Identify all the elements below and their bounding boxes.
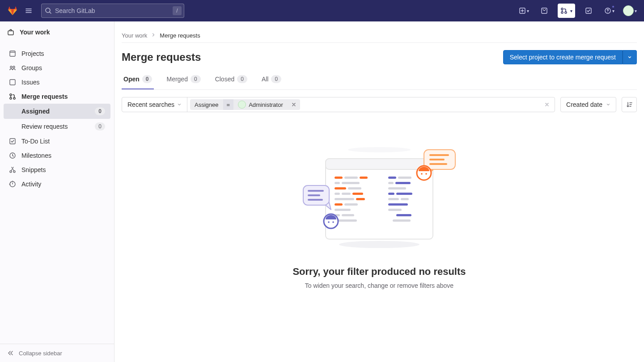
tab-label: Open bbox=[123, 76, 140, 83]
sidebar-item-groups[interactable]: Groups bbox=[4, 61, 110, 75]
breadcrumb-parent[interactable]: Your work bbox=[122, 32, 147, 39]
sidebar-subitem-assigned[interactable]: Assigned 0 bbox=[4, 104, 110, 119]
svg-point-15 bbox=[10, 97, 12, 99]
sort-label: Created date bbox=[566, 101, 602, 108]
collapse-sidebar-button[interactable]: Collapse sidebar bbox=[0, 344, 114, 362]
help-icon[interactable]: ▾ bbox=[602, 4, 616, 18]
svg-rect-47 bbox=[396, 193, 412, 195]
svg-point-8 bbox=[607, 12, 608, 12]
sidebar-header[interactable]: Your work bbox=[0, 21, 114, 43]
svg-rect-32 bbox=[352, 193, 363, 195]
recent-searches-dropdown[interactable]: Recent searches bbox=[122, 97, 187, 112]
empty-state-subtitle: To widen your search, change or remove f… bbox=[122, 282, 637, 289]
tab-closed[interactable]: Closed 0 bbox=[213, 70, 249, 89]
svg-rect-52 bbox=[396, 214, 411, 216]
merge-requests-nav-button[interactable]: ▾ bbox=[558, 4, 575, 18]
create-merge-request-dropdown[interactable] bbox=[623, 50, 637, 64]
filter-bar: Recent searches Assignee = Administrator bbox=[122, 97, 555, 112]
svg-rect-25 bbox=[360, 177, 368, 179]
sidebar-item-activity[interactable]: Activity bbox=[4, 177, 110, 191]
sort-dropdown[interactable]: Created date bbox=[560, 97, 616, 112]
filter-clear-button[interactable] bbox=[539, 97, 555, 112]
tab-all[interactable]: All 0 bbox=[260, 70, 283, 89]
sidebar-subitem-review-requests[interactable]: Review requests 0 bbox=[4, 119, 110, 134]
svg-point-20 bbox=[13, 171, 15, 173]
svg-rect-53 bbox=[393, 219, 411, 222]
svg-rect-29 bbox=[348, 187, 361, 189]
svg-rect-42 bbox=[398, 177, 411, 179]
hamburger-menu-icon[interactable] bbox=[21, 4, 36, 18]
count-badge: 0 bbox=[237, 75, 247, 83]
svg-point-67 bbox=[332, 221, 334, 223]
sidebar-item-projects[interactable]: Projects bbox=[4, 46, 110, 61]
sidebar-item-merge-requests[interactable]: Merge requests bbox=[4, 89, 110, 104]
svg-rect-60 bbox=[308, 194, 320, 196]
svg-point-11 bbox=[10, 66, 12, 68]
svg-point-4 bbox=[561, 12, 563, 13]
count-badge: 0 bbox=[142, 75, 153, 83]
svg-rect-36 bbox=[344, 203, 358, 206]
main-content: Your work Merge requests Merge requests … bbox=[114, 21, 644, 362]
sidebar-item-todo-list[interactable]: To-Do List bbox=[4, 134, 110, 148]
filter-chip-key[interactable]: Assignee bbox=[190, 99, 223, 110]
tab-merged[interactable]: Merged 0 bbox=[165, 70, 202, 89]
issues-icon[interactable] bbox=[537, 4, 551, 18]
assignee-avatar bbox=[238, 101, 246, 109]
count-badge: 0 bbox=[191, 75, 201, 83]
svg-point-12 bbox=[13, 66, 15, 68]
svg-point-66 bbox=[328, 221, 330, 223]
sidebar-subitem-label: Assigned bbox=[21, 108, 50, 115]
svg-rect-22 bbox=[326, 159, 433, 169]
count-badge: 0 bbox=[95, 107, 105, 115]
page-title: Merge requests bbox=[122, 51, 201, 63]
svg-rect-43 bbox=[388, 182, 394, 184]
svg-point-63 bbox=[421, 173, 423, 175]
gitlab-logo[interactable] bbox=[7, 5, 18, 16]
svg-rect-35 bbox=[335, 203, 343, 206]
breadcrumb: Your work Merge requests bbox=[122, 29, 637, 43]
user-avatar bbox=[623, 5, 634, 16]
svg-rect-41 bbox=[388, 177, 396, 179]
sidebar-header-label: Your work bbox=[20, 29, 50, 36]
filter-row: Recent searches Assignee = Administrator bbox=[122, 97, 637, 112]
empty-state: Sorry, your filter produced no results T… bbox=[122, 123, 637, 307]
todos-icon[interactable] bbox=[581, 4, 596, 18]
create-new-button[interactable]: ▾ bbox=[517, 4, 531, 18]
tabs: Open 0 Merged 0 Closed 0 All 0 bbox=[122, 70, 637, 90]
sidebar-nav: Projects Groups Issues Merge requests As… bbox=[0, 43, 114, 344]
svg-rect-30 bbox=[335, 193, 340, 195]
sidebar-item-label: Milestones bbox=[21, 152, 51, 159]
top-navbar: / ▾ ▾ ▾ ▾ bbox=[0, 0, 644, 21]
svg-rect-33 bbox=[335, 198, 354, 200]
help-notification-dot bbox=[612, 5, 614, 8]
tab-open[interactable]: Open 0 bbox=[122, 70, 154, 89]
sort-direction-button[interactable] bbox=[622, 97, 637, 112]
sidebar-item-label: Projects bbox=[21, 50, 44, 57]
sidebar-item-label: Issues bbox=[21, 79, 39, 86]
filter-input[interactable] bbox=[300, 97, 539, 112]
svg-rect-34 bbox=[356, 198, 365, 200]
navbar-right: ▾ ▾ ▾ ▾ bbox=[517, 4, 637, 18]
svg-point-19 bbox=[10, 171, 12, 173]
sidebar-item-label: Snippets bbox=[21, 166, 46, 173]
sidebar-item-label: To-Do List bbox=[21, 138, 50, 145]
filter-chip-remove[interactable] bbox=[288, 99, 300, 110]
breadcrumb-current: Merge requests bbox=[160, 32, 200, 39]
svg-rect-44 bbox=[395, 182, 411, 184]
sidebar-item-label: Groups bbox=[21, 64, 42, 72]
sidebar-item-snippets[interactable]: Snippets bbox=[4, 163, 110, 177]
svg-rect-9 bbox=[8, 31, 13, 35]
svg-rect-55 bbox=[429, 154, 449, 156]
create-merge-request-button[interactable]: Select project to create merge request bbox=[503, 50, 623, 64]
count-badge: 0 bbox=[95, 122, 105, 130]
svg-rect-50 bbox=[388, 203, 408, 206]
sidebar-item-milestones[interactable]: Milestones bbox=[4, 148, 110, 163]
sidebar-item-issues[interactable]: Issues bbox=[4, 75, 110, 89]
search-input[interactable] bbox=[41, 4, 184, 18]
filter-chip-value[interactable]: Administrator bbox=[233, 99, 288, 110]
svg-rect-23 bbox=[335, 177, 343, 179]
filter-chip-operator[interactable]: = bbox=[223, 99, 234, 110]
empty-state-title: Sorry, your filter produced no results bbox=[122, 266, 637, 278]
primary-action-group: Select project to create merge request bbox=[503, 50, 637, 64]
user-menu[interactable]: ▾ bbox=[623, 4, 637, 18]
